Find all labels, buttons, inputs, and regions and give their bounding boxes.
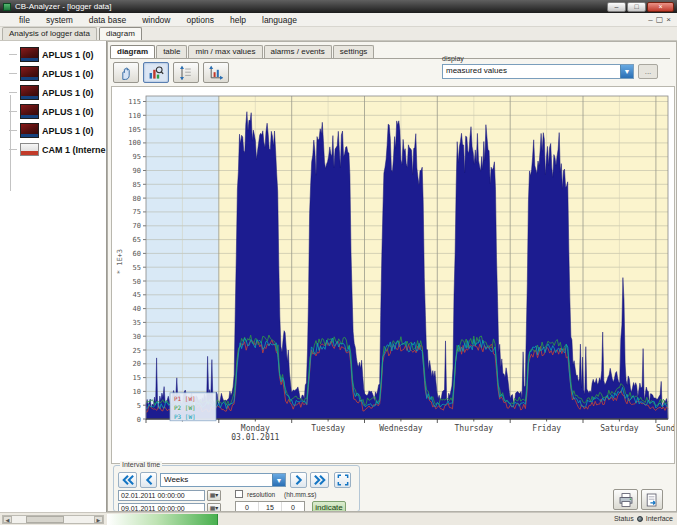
chart-canvas[interactable]: 0510152025303540455055606570758085909510…	[112, 87, 674, 463]
tab-diagram[interactable]: diagram	[110, 45, 155, 58]
menu-item-file[interactable]: file	[12, 14, 37, 26]
aplus-device-icon	[20, 47, 39, 62]
interval-range-combobox[interactable]: Weeks ▼	[160, 473, 286, 487]
axis-scale-xy-icon	[207, 65, 225, 81]
resolution-value-1[interactable]: 15	[259, 502, 282, 512]
svg-text:50: 50	[133, 278, 141, 286]
sidebar-horizontal-scrollbar[interactable]: ◀ ▶	[2, 515, 104, 524]
aplus-device-icon	[20, 85, 39, 100]
sidebar-item-aplus-1-0-3[interactable]: APLUS 1 (0)	[0, 102, 106, 121]
date-to-input[interactable]: 09.01.2011 00:00:00	[118, 503, 205, 512]
date-from-input[interactable]: 02.01.2011 00:00:00	[118, 490, 205, 501]
minimize-button[interactable]: –	[607, 2, 626, 12]
menu-item-window[interactable]: window	[135, 14, 177, 26]
scroll-left-icon[interactable]: ◀	[3, 516, 12, 523]
interface-label: Interface	[646, 515, 673, 522]
svg-text:60: 60	[133, 250, 141, 258]
sidebar-item-aplus-1-0-0[interactable]: APLUS 1 (0)	[0, 45, 106, 64]
status-bar: ◀ ▶ Status Interface	[0, 512, 677, 525]
fast-forward-button[interactable]	[310, 472, 329, 488]
xy-scale-button[interactable]	[203, 62, 229, 83]
resolution-values-box[interactable]: 0150	[235, 501, 305, 512]
svg-text:110: 110	[128, 112, 141, 120]
tab-alarms-events[interactable]: alarms / events	[264, 45, 332, 58]
svg-text:95: 95	[133, 153, 141, 161]
menu-item-options[interactable]: options	[180, 14, 221, 26]
svg-text:70: 70	[133, 222, 141, 230]
forward-button[interactable]	[290, 472, 307, 488]
resolution-value-0[interactable]: 0	[236, 502, 259, 512]
export-button[interactable]	[641, 489, 663, 510]
tab-table[interactable]: table	[156, 45, 187, 58]
date-to-picker-button[interactable]: ▦▾	[207, 503, 221, 512]
progress-bar	[107, 514, 218, 525]
y-scale-button[interactable]	[173, 62, 199, 83]
diagram-tabs: diagramtablemin / max valuesalarms / eve…	[110, 44, 374, 58]
mdi-close-icon[interactable]: ×	[666, 16, 671, 24]
tree-connector	[9, 54, 17, 55]
mdi-restore-icon[interactable]: ▢	[656, 16, 664, 24]
fast-backward-button[interactable]	[118, 472, 137, 488]
svg-text:30: 30	[133, 333, 141, 341]
pan-tool-button[interactable]	[113, 62, 139, 83]
svg-text:105: 105	[128, 126, 141, 134]
display-value: measured values	[443, 65, 620, 78]
dropdown-arrow-icon[interactable]: ▼	[272, 474, 285, 486]
expand-icon	[337, 474, 349, 486]
resolution-checkbox[interactable]	[235, 490, 243, 498]
sidebar-item-aplus-1-0-4[interactable]: APLUS 1 (0)	[0, 121, 106, 140]
sidebar-item-aplus-1-0-2[interactable]: APLUS 1 (0)	[0, 83, 106, 102]
svg-text:75: 75	[133, 208, 141, 216]
svg-text:P2 [W]: P2 [W]	[174, 404, 196, 411]
svg-text:55: 55	[133, 264, 141, 272]
sidebar-item-aplus-1-0-1[interactable]: APLUS 1 (0)	[0, 64, 106, 83]
close-button[interactable]: ×	[647, 2, 674, 12]
menu-item-system[interactable]: system	[39, 14, 80, 26]
printer-icon	[617, 492, 635, 508]
device-label: APLUS 1 (0)	[42, 50, 94, 60]
svg-text:Tuesday: Tuesday	[311, 424, 345, 433]
device-tree-panel: APLUS 1 (0)APLUS 1 (0)APLUS 1 (0)APLUS 1…	[0, 41, 107, 512]
svg-text:Thursday: Thursday	[455, 424, 494, 433]
tree-connector	[9, 130, 17, 131]
display-more-button[interactable]: ...	[638, 64, 658, 79]
aplus-device-icon	[20, 123, 39, 138]
svg-text:Monday: Monday	[241, 424, 270, 433]
menu-item-language[interactable]: language	[255, 14, 304, 26]
tab-settings[interactable]: settings	[333, 45, 375, 58]
indicate-button[interactable]: indicate	[312, 501, 346, 512]
hand-icon	[117, 65, 135, 81]
backward-button[interactable]	[140, 472, 157, 488]
tree-connector	[9, 149, 17, 150]
scrollbar-thumb[interactable]	[26, 516, 64, 523]
mdi-minimize-icon[interactable]: –	[648, 16, 652, 24]
workspace-tab-analysis-of-logger-data[interactable]: Analysis of logger data	[2, 27, 97, 40]
svg-text:115: 115	[128, 98, 141, 106]
dropdown-arrow-icon[interactable]: ▼	[620, 65, 633, 78]
full-range-button[interactable]	[334, 472, 351, 488]
svg-text:P1 [W]: P1 [W]	[174, 395, 196, 402]
window-title: CB-Analyzer - [logger data]	[15, 2, 112, 11]
tab-min-max-values[interactable]: min / max values	[188, 45, 262, 58]
print-button[interactable]	[613, 489, 638, 510]
workspace-tabs: Analysis of logger datadiagram	[0, 27, 677, 41]
device-label: CAM 1 (Interne	[42, 145, 106, 155]
date-from-picker-button[interactable]: ▦▾	[207, 490, 221, 501]
zoom-tool-button[interactable]	[143, 62, 169, 83]
scroll-right-icon[interactable]: ▶	[94, 516, 103, 523]
zoom-chart-icon	[147, 65, 165, 81]
tree-connector	[9, 111, 17, 112]
resolution-value-2[interactable]: 0	[282, 502, 304, 512]
menu-item-help[interactable]: help	[223, 14, 253, 26]
status-info: Status Interface	[614, 515, 673, 522]
maximize-button[interactable]: □	[627, 2, 646, 12]
title-bar: CB-Analyzer - [logger data] – □ ×	[0, 0, 677, 13]
app-icon	[3, 3, 11, 11]
device-label: APLUS 1 (0)	[42, 107, 94, 117]
interval-time-label: Interval time	[120, 461, 162, 468]
sidebar-item-cam-1-interne-5[interactable]: CAM 1 (Interne	[0, 140, 106, 159]
display-combobox[interactable]: measured values ▼	[442, 64, 634, 79]
workspace-tab-diagram[interactable]: diagram	[99, 27, 142, 40]
svg-text:Saturday: Saturday	[600, 424, 639, 433]
menu-item-data-base[interactable]: data base	[82, 14, 133, 26]
